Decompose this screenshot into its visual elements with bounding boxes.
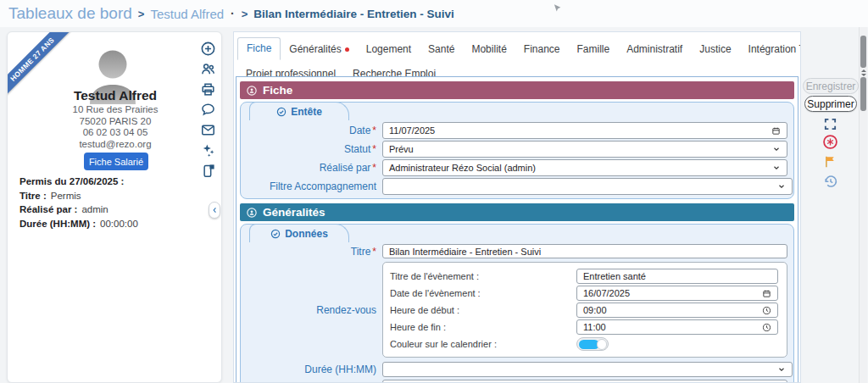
section-icon[interactable] (246, 207, 258, 219)
breadcrumb-caret[interactable]: · (230, 7, 236, 20)
rdv-label: Couleur sur le calendrier : (390, 339, 497, 349)
fullscreen-icon[interactable] (823, 117, 837, 131)
section-title: Fiche (263, 84, 292, 97)
breadcrumb: Tableaux de bord > Testud Alfred · > Bil… (8, 4, 454, 23)
delete-button[interactable]: Supprimer (804, 96, 857, 112)
required-mark: * (372, 143, 376, 155)
breadcrumb-separator: > (138, 8, 145, 20)
rendezvous-label: Rendez-vous (247, 262, 382, 358)
form-area: Fiche Entête Date* 11/07/2025 Statut* Pr… (236, 76, 798, 382)
heure-debut-input[interactable]: 09:00 (576, 303, 778, 318)
vertical-scrollbar[interactable] (859, 27, 867, 383)
add-circle-icon[interactable] (200, 41, 216, 57)
summary-title: Permis du 27/06/2025 : (19, 175, 138, 188)
titre-evenement-input[interactable]: Entretien santé (576, 269, 778, 284)
tab-strip-row1: Fiche Généralités Logement Santé Mobilit… (234, 32, 800, 60)
history-icon[interactable] (823, 174, 838, 189)
field-label: Durée (HH:MM) (247, 364, 382, 375)
required-fields-alert-icon[interactable] (822, 134, 838, 150)
titre-input[interactable]: Bilan Intermédiaire - Entretien - Suivi (382, 244, 787, 258)
tab-administratif[interactable]: Administratif (618, 39, 691, 60)
mouse-cursor (553, 0, 561, 8)
date-input[interactable]: 11/07/2025 (382, 122, 787, 139)
field-label: Type* (247, 381, 382, 382)
filtre-accompagnement-select[interactable] (382, 178, 793, 195)
rdv-label: Date de l'évènement : (390, 288, 481, 298)
summary-row-realise-par: Réalisé par :admin (19, 203, 138, 216)
statut-select[interactable]: Prévu (382, 141, 787, 158)
rdv-label: Heure de début : (390, 305, 459, 315)
check-circle-icon (270, 229, 281, 239)
breadcrumb-dashboard-link[interactable]: Tableaux de bord (8, 4, 132, 23)
field-row-date: Date* 11/07/2025 (247, 122, 787, 139)
check-circle-icon (276, 107, 287, 117)
calendar-color-picker[interactable] (576, 337, 609, 351)
sub-tab-label: Données (285, 228, 328, 240)
person-phone: 06 02 03 04 05 (8, 127, 222, 137)
chevron-down-icon (772, 164, 781, 172)
chevron-down-icon (777, 365, 786, 374)
date-evenement-input[interactable]: 16/07/2025 (576, 286, 778, 301)
summary-label: Titre : (19, 191, 47, 201)
entete-panel: Entête Date* 11/07/2025 Statut* Prévu Ré… (240, 102, 794, 199)
tab-finance[interactable]: Finance (515, 39, 569, 60)
tab-integration-travail[interactable]: Intégration Travail (740, 39, 800, 60)
field-row-duree: Durée (HH:MM) (247, 362, 793, 377)
save-button[interactable]: Enregistrer (803, 78, 859, 94)
summary-value: 00:00:00 (100, 219, 138, 229)
tab-sante[interactable]: Santé (420, 39, 463, 60)
rendezvous-groupbox: Titre de l'évènement : Entretien santé D… (382, 262, 787, 358)
field-label: Filtre Accompagnement (247, 180, 382, 192)
rdv-label: Heure de fin : (390, 322, 446, 332)
person-name: Testud Alfred (8, 88, 222, 103)
field-row-statut: Statut* Prévu (247, 141, 787, 158)
fiche-salarie-button[interactable]: Fiche Salarié (84, 153, 148, 170)
tab-mobilite[interactable]: Mobilité (463, 39, 515, 60)
donnees-panel: Données Titre* Bilan Intermédiaire - Ent… (240, 224, 794, 382)
scrollbar-arrows (861, 69, 866, 76)
summary-value: Permis (51, 191, 81, 201)
tab-justice[interactable]: Justice (691, 39, 739, 60)
tab-logement[interactable]: Logement (358, 39, 420, 60)
summary-label: Réalisé par : (19, 204, 77, 214)
record-summary: Permis du 27/06/2025 : Titre :Permis Réa… (19, 175, 138, 230)
tab-label: Généralités (289, 43, 341, 55)
tab-generalites[interactable]: Généralités (281, 39, 357, 60)
summary-row-duree: Durée (HH:MM) :00:00:00 (19, 218, 138, 230)
rdv-row-couleur: Couleur sur le calendrier : (390, 336, 778, 352)
flag-icon[interactable] (823, 154, 837, 169)
app-window: Tableaux de bord > Testud Alfred · > Bil… (0, 0, 868, 383)
field-label: Titre* (247, 246, 382, 258)
collapse-panel-button[interactable] (209, 202, 220, 219)
breadcrumb-person-link[interactable]: Testud Alfred (150, 7, 224, 21)
tab-famille[interactable]: Famille (569, 39, 619, 60)
field-row-filtre-accompagnement: Filtre Accompagnement (247, 178, 793, 195)
summary-row-titre: Titre :Permis (19, 190, 138, 203)
breadcrumb-current-page: Bilan Intermédiaire - Entretien - Suivi (253, 8, 453, 20)
tab-fiche[interactable]: Fiche (237, 37, 281, 60)
calendar-icon[interactable] (771, 126, 781, 136)
breadcrumb-bar: Tableaux de bord > Testud Alfred · > Bil… (0, 0, 868, 27)
field-row-realise-par: Réalisé par* Administrateur Rézo Social … (247, 159, 787, 176)
tab-entete[interactable]: Entête (249, 102, 349, 120)
user-group-icon[interactable] (200, 61, 216, 77)
type-radio-group: Bilan Entretien Suivi (382, 380, 787, 382)
clock-icon[interactable] (762, 323, 771, 332)
person-email: testud@rezo.org (8, 139, 222, 149)
section-icon[interactable] (246, 85, 258, 97)
calendar-icon[interactable] (762, 289, 771, 298)
field-label: Statut* (247, 143, 382, 155)
clock-icon[interactable] (762, 306, 771, 315)
tab-donnees[interactable]: Données (249, 224, 349, 242)
rdv-row-date-evenement: Date de l'évènement : 16/07/2025 (390, 286, 778, 301)
section-header-fiche: Fiche (240, 81, 794, 99)
realise-par-select[interactable]: Administrateur Rézo Social (admin) (382, 159, 787, 176)
sub-tab-label: Entête (291, 106, 322, 118)
required-mark: * (372, 246, 376, 258)
scrollbar-thumb[interactable] (860, 77, 866, 111)
mobile-icon[interactable] (200, 163, 216, 179)
scrollbar-thumb[interactable] (860, 36, 866, 68)
duree-select[interactable] (382, 362, 793, 377)
main-panel: Fiche Généralités Logement Santé Mobilit… (233, 31, 801, 383)
heure-fin-input[interactable]: 11:00 (576, 319, 778, 335)
